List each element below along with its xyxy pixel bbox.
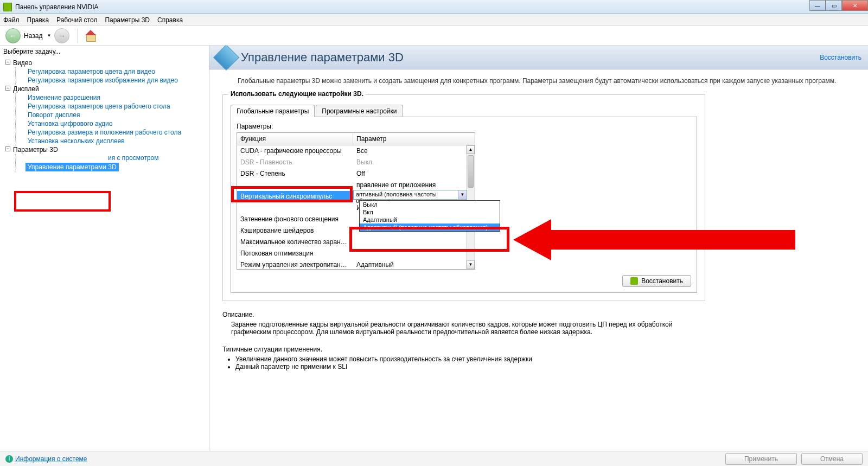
tree-leaf-partial[interactable]: ия с просмотром	[108, 154, 158, 162]
params-cell-value: Адаптивный	[353, 259, 475, 269]
typical-bullet-1: Увеличение данного значения может повыси…	[235, 355, 705, 363]
task-tree-pane: Выберите задачу... − Видео Регулировка п…	[0, 46, 209, 451]
maximize-button[interactable]: ▭	[826, 0, 842, 11]
params-cell-function: Вертикальный синхроимпульс	[237, 191, 353, 202]
params-cell-function: Максимальное количество заранее под...	[237, 237, 353, 248]
nvidia-app-icon	[3, 3, 12, 11]
params-cell-function	[237, 180, 353, 191]
params-cell-function	[237, 202, 353, 214]
settings-group: Использовать следующие настройки 3D. Гло…	[222, 94, 705, 301]
nav-back-label[interactable]: Назад	[24, 32, 42, 40]
params-row[interactable]: Максимальное количество заранее под...	[237, 237, 475, 248]
tree-node-display: − Дисплей Изменение разрешения Регулиров…	[5, 85, 209, 145]
params-cell-function: Режим управления электропитанием	[237, 259, 353, 269]
tree-leaf-video-image[interactable]: Регулировка параметров изображения для в…	[25, 76, 209, 85]
description-title: Описание.	[222, 311, 705, 318]
tree-leaf-size-position[interactable]: Регулировка размера и положения рабочего…	[25, 128, 209, 137]
params-row[interactable]: CUDA - графические процессорыВсе	[237, 145, 475, 157]
tree-leaf-multi-display[interactable]: Установка нескольких дисплеев	[25, 137, 209, 145]
dropdown-arrow-icon[interactable]: ▼	[458, 190, 467, 199]
vsync-dropdown-list[interactable]: Выкл Вкл Адаптивный Адаптивный (половина…	[359, 200, 500, 232]
menu-help[interactable]: Справка	[157, 16, 183, 24]
titlebar: Панель управления NVIDIA — ▭ ✕	[0, 0, 868, 14]
restore-button[interactable]: Восстановить	[622, 275, 691, 287]
tree-label-display[interactable]: Дисплей	[13, 85, 209, 93]
tree-label-video[interactable]: Видео	[13, 59, 209, 67]
tree-toggle-display[interactable]: −	[5, 86, 10, 91]
col-header-parameter[interactable]: Параметр	[353, 133, 475, 145]
params-cell-value	[353, 237, 475, 248]
home-icon[interactable]	[85, 31, 96, 41]
vsync-option-adaptive-half[interactable]: Адаптивный (половина частоты обновления)	[360, 224, 500, 231]
params-header: Функция Параметр	[237, 133, 475, 145]
tree-leaf-video-color[interactable]: Регулировка параметров цвета для видео	[25, 67, 209, 76]
tree-toggle-video[interactable]: −	[5, 60, 10, 65]
menubar: Файл Правка Рабочий стол Параметры 3D Сп…	[0, 14, 868, 26]
close-button[interactable]: ✕	[842, 0, 868, 11]
params-cell-value: Off	[353, 168, 475, 180]
tab-program[interactable]: Программные настройки	[316, 105, 403, 117]
params-row[interactable]: Потоковая оптимизация	[237, 248, 475, 259]
tree-node-params3d: − Параметры 3D x ия с просмотром Управле…	[5, 145, 209, 171]
tree-node-video: − Видео Регулировка параметров цвета для…	[5, 59, 209, 85]
tree-leaf-resolution[interactable]: Изменение разрешения	[25, 93, 209, 102]
nav-back-button[interactable]: ←	[5, 28, 21, 43]
restore-defaults-link[interactable]: Восстановить	[820, 54, 861, 61]
params-row[interactable]: DSR - СтепеньOff	[237, 168, 475, 180]
params-label: Параметры:	[237, 123, 691, 130]
menu-file[interactable]: Файл	[3, 16, 20, 24]
intro-text: Глобальные параметры 3D можно заменить и…	[209, 69, 868, 90]
page-title: Управление параметрами 3D	[241, 50, 404, 65]
params-cell-function: Кэширование шейдеров	[237, 225, 353, 237]
apply-button[interactable]: Применить	[725, 453, 797, 465]
vsync-dropdown-cell[interactable]: аптивный (половина частоты обновл ▼	[353, 190, 467, 200]
group-title: Использовать следующие настройки 3D.	[228, 90, 366, 98]
vsync-option-on[interactable]: Вкл	[360, 208, 500, 216]
tab-panel-global: Параметры: Функция Параметр CUDA - графи…	[231, 117, 697, 293]
nav-forward-button[interactable]: →	[54, 28, 69, 43]
settings-tabs: Глобальные параметры Программные настрой…	[231, 105, 697, 117]
menu-params3d[interactable]: Параметры 3D	[105, 16, 150, 24]
window-title: Панель управления NVIDIA	[15, 3, 99, 11]
params-cell-function: Затенение фонового освещения	[237, 214, 353, 225]
header-3d-icon	[213, 46, 239, 71]
content-pane: Управление параметрами 3D Восстановить Г…	[209, 46, 868, 451]
tree-leaf-desktop-color[interactable]: Регулировка параметров цвета рабочего ст…	[25, 102, 209, 111]
menu-edit[interactable]: Правка	[27, 16, 49, 24]
tree-title: Выберите задачу...	[0, 46, 209, 58]
status-bar: i Информация о системе Применить Отмена	[0, 451, 868, 466]
col-header-function[interactable]: Функция	[237, 133, 353, 145]
description-block: Описание. Заранее подготовленные кадры в…	[222, 311, 705, 371]
restore-button-label: Восстановить	[641, 277, 683, 285]
menu-desktop[interactable]: Рабочий стол	[56, 16, 97, 24]
scroll-down-button[interactable]: ▼	[467, 260, 475, 269]
params-cell-value: Все	[353, 145, 475, 157]
tree-toggle-params3d[interactable]: −	[5, 146, 10, 151]
cancel-button[interactable]: Отмена	[801, 453, 863, 465]
params-cell-value: Выкл.	[353, 157, 475, 168]
vsync-option-adaptive[interactable]: Адаптивный	[360, 216, 500, 224]
vsync-option-off[interactable]: Выкл	[360, 201, 500, 208]
tree-leaf-digital-audio[interactable]: Установка цифрового аудио	[25, 119, 209, 128]
tab-global[interactable]: Глобальные параметры	[231, 105, 315, 117]
params-cell-function: DSR - Плавность	[237, 157, 353, 168]
tree-label-params3d[interactable]: Параметры 3D	[13, 145, 209, 154]
params-cell-function: DSR - Степень	[237, 168, 353, 180]
minimize-button[interactable]: —	[809, 0, 826, 11]
window-buttons: — ▭ ✕	[809, 0, 868, 11]
params-row[interactable]: DSR - ПлавностьВыкл.	[237, 157, 475, 168]
nav-back-dropdown[interactable]: ▼	[47, 33, 51, 38]
params-cell-function: Потоковая оптимизация	[237, 248, 353, 259]
info-icon: i	[5, 455, 13, 463]
typical-bullet-2: Данный параметр не применим к SLI	[235, 363, 705, 371]
params-cell-value: правление от приложения	[353, 180, 475, 191]
system-info-link[interactable]: Информация о системе	[15, 455, 87, 463]
scroll-thumb[interactable]	[468, 155, 474, 188]
scroll-up-button[interactable]: ▲	[467, 145, 475, 154]
params-row[interactable]: правление от приложения	[237, 180, 475, 191]
nav-toolbar: ← Назад ▼ →	[0, 26, 868, 46]
tree-leaf-manage-3d[interactable]: Управление параметрами 3D	[25, 163, 119, 171]
tree-leaf-rotate[interactable]: Поворот дисплея	[25, 111, 209, 119]
params-row[interactable]: Режим управления электропитаниемАдаптивн…	[237, 259, 475, 269]
annotation-red-box-tree	[14, 191, 111, 212]
